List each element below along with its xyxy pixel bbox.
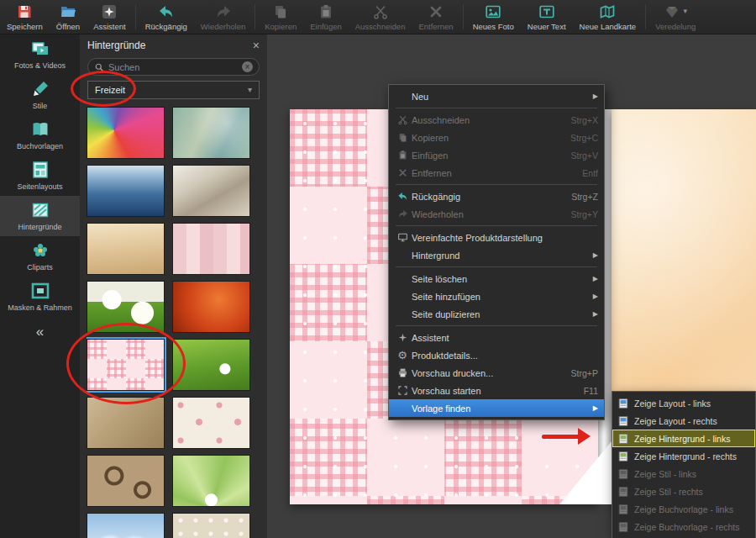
menu-item-vereinfachte-produktdarstellung[interactable]: Vereinfachte Produktdarstellung bbox=[389, 229, 604, 246]
background-thumbnail[interactable] bbox=[87, 165, 165, 217]
copy-icon bbox=[393, 132, 412, 143]
close-icon[interactable]: × bbox=[253, 40, 260, 51]
sidebar-item-label: Hintergründe bbox=[16, 223, 63, 231]
menu-item-seite-duplizieren[interactable]: Seite duplizieren ▶ bbox=[389, 305, 604, 323]
search-input[interactable] bbox=[108, 62, 238, 72]
menu-item-wiederholen: Wiederholen Strg+Y bbox=[389, 205, 604, 223]
context-menu: Neu ▶ Ausschneiden Strg+X Kopieren Strg+… bbox=[388, 84, 605, 420]
toolbar-label: Neue Landkarte bbox=[580, 22, 637, 31]
toolbar-speichern-button[interactable]: Speichern bbox=[0, 0, 50, 34]
background-thumbnail[interactable] bbox=[172, 107, 250, 159]
copy-icon bbox=[272, 3, 289, 20]
toolbar-neues-foto-button[interactable]: Neues Foto bbox=[466, 0, 521, 34]
toolbar-entfernen-button: Entfernen bbox=[412, 0, 459, 34]
menu-item-shortcut: Strg+C bbox=[559, 133, 598, 143]
menu-item-vorlage-finden[interactable]: Vorlage finden ▶ bbox=[389, 399, 604, 417]
menu-item-label: Kopieren bbox=[412, 133, 449, 143]
menu-item-label: Rückgängig bbox=[412, 192, 460, 202]
menu-item-hintergrund[interactable]: Hintergrund ▶ bbox=[389, 246, 604, 264]
background-thumbnail[interactable] bbox=[172, 397, 250, 449]
background-thumbnail[interactable] bbox=[172, 281, 250, 333]
submenu-item-label: Zeige Layout - rechts bbox=[634, 416, 717, 426]
submenu-item-zeige-layout-rechts[interactable]: Zeige Layout - rechts bbox=[612, 412, 755, 430]
toolbar-kopieren-button: Kopieren bbox=[258, 0, 303, 34]
background-thumbnail[interactable] bbox=[87, 107, 165, 159]
menu-item-rueckgaengig[interactable]: Rückgängig Strg+Z bbox=[389, 187, 604, 205]
background-thumbnail[interactable] bbox=[172, 223, 250, 275]
menu-item-label: Einfügen bbox=[412, 150, 448, 161]
background-thumbnail[interactable] bbox=[172, 165, 250, 217]
toolbar-label: Einfügen bbox=[310, 22, 342, 31]
page-background-icon bbox=[617, 433, 629, 445]
background-thumbnail[interactable] bbox=[87, 397, 165, 449]
background-thumbnail[interactable] bbox=[172, 513, 250, 538]
new-map-icon bbox=[599, 3, 616, 20]
submenu-item-label: Zeige Stil - links bbox=[634, 469, 696, 479]
menu-item-vorschau-drucken[interactable]: Vorschau drucken... Strg+P bbox=[389, 364, 604, 382]
background-thumbnail[interactable] bbox=[87, 223, 165, 275]
sidebar-item-label: Cliparts bbox=[25, 263, 55, 272]
sidebar-item-seitenlayouts[interactable]: Seitenlayouts bbox=[0, 156, 80, 196]
page-book-icon bbox=[617, 504, 629, 515]
menu-item-shortcut: F11 bbox=[572, 386, 598, 396]
toolbar-wiederholen-button: Wiederholen bbox=[194, 0, 252, 34]
sidebar-item-hintergruende[interactable]: Hintergründe bbox=[0, 196, 80, 236]
menu-item-assistent[interactable]: Assistent bbox=[389, 329, 604, 346]
chevron-down-icon: ▾ bbox=[683, 8, 687, 15]
menu-item-label: Entfernen bbox=[412, 168, 452, 178]
toolbar-label: Kopieren bbox=[265, 22, 297, 31]
background-thumbnail[interactable] bbox=[87, 455, 165, 507]
embellishment-icon bbox=[664, 3, 680, 20]
menu-item-label: Hintergrund bbox=[412, 251, 459, 261]
menu-item-seite-loeschen[interactable]: Seite löschen ▶ bbox=[389, 270, 604, 287]
menu-item-entfernen: Entfernen Entf bbox=[389, 164, 604, 182]
styles-icon bbox=[30, 79, 50, 99]
toolbar-oeffnen-button[interactable]: Öffnen bbox=[50, 0, 87, 34]
background-thumbnail[interactable] bbox=[87, 513, 165, 538]
page-layouts-icon bbox=[30, 160, 50, 180]
submenu-arrow-icon: ▶ bbox=[581, 275, 598, 282]
toolbar-neuer-text-button[interactable]: Neuer Text bbox=[521, 0, 573, 34]
sidebar-item-fotos-videos[interactable]: Fotos & Videos bbox=[0, 34, 80, 75]
submenu-item-label: Zeige Layout - links bbox=[634, 398, 711, 409]
menu-separator bbox=[396, 266, 597, 267]
toolbar-label: Öffnen bbox=[56, 22, 80, 31]
submenu-item-zeige-layout-links[interactable]: Zeige Layout - links bbox=[612, 394, 755, 412]
backgrounds-icon bbox=[30, 200, 50, 220]
toolbar-label: Wiederholen bbox=[201, 22, 245, 31]
sidebar-item-label: Stile bbox=[31, 102, 50, 110]
menu-item-vorschau-starten[interactable]: Vorschau starten F11 bbox=[389, 382, 604, 399]
menu-item-produktdetails[interactable]: ⚙ Produktdetails... bbox=[389, 346, 604, 364]
sidebar-item-buchvorlagen[interactable]: Buchvorlagen bbox=[0, 115, 80, 156]
menu-item-einfuegen: Einfügen Strg+V bbox=[389, 146, 604, 164]
toolbar-assistent-button[interactable]: Assistent bbox=[87, 0, 133, 34]
menu-item-kopieren: Kopieren Strg+C bbox=[389, 129, 604, 146]
background-thumbnail-selected[interactable] bbox=[87, 339, 165, 391]
toolbar-neue-landkarte-button[interactable]: Neue Landkarte bbox=[573, 0, 643, 34]
sidebar-collapse-button[interactable]: « bbox=[0, 317, 80, 347]
category-dropdown[interactable]: Freizeit ▾ bbox=[87, 81, 260, 99]
sidebar-item-masken-rahmen[interactable]: Masken & Rahmen bbox=[0, 277, 80, 317]
menu-item-seite-hinzufuegen[interactable]: Seite hinzufügen ▶ bbox=[389, 287, 604, 305]
app-window: Speichern Öffnen Assistent Rückgängig Wi… bbox=[0, 0, 756, 538]
fullscreen-icon bbox=[393, 385, 412, 396]
gear-icon: ⚙ bbox=[393, 350, 412, 361]
toolbar-label: Ausschneiden bbox=[355, 22, 406, 31]
sidebar-item-stile[interactable]: Stile bbox=[0, 75, 80, 115]
background-thumbnail[interactable] bbox=[172, 455, 250, 507]
clear-search-icon[interactable]: × bbox=[242, 61, 253, 72]
toolbar-separator bbox=[645, 4, 646, 29]
submenu-item-zeige-hintergrund-rechts[interactable]: Zeige Hintergrund - rechts bbox=[612, 447, 755, 465]
search-box: × bbox=[87, 58, 260, 76]
background-thumbnail[interactable] bbox=[87, 281, 165, 333]
cut-icon bbox=[372, 3, 389, 20]
submenu-item-zeige-hintergrund-links[interactable]: Zeige Hintergrund - links bbox=[612, 430, 755, 447]
toolbar-rueckgaengig-button[interactable]: Rückgängig bbox=[139, 0, 194, 34]
menu-item-neu[interactable]: Neu ▶ bbox=[389, 87, 604, 105]
editor-canvas[interactable]: Neu ▶ Ausschneiden Strg+X Kopieren Strg+… bbox=[267, 34, 756, 538]
toolbar-label: Rückgängig bbox=[145, 22, 187, 31]
background-thumbnail[interactable] bbox=[172, 339, 250, 391]
masks-frames-icon bbox=[30, 281, 50, 301]
sidebar-item-cliparts[interactable]: Cliparts bbox=[0, 236, 80, 277]
save-icon bbox=[16, 3, 33, 20]
